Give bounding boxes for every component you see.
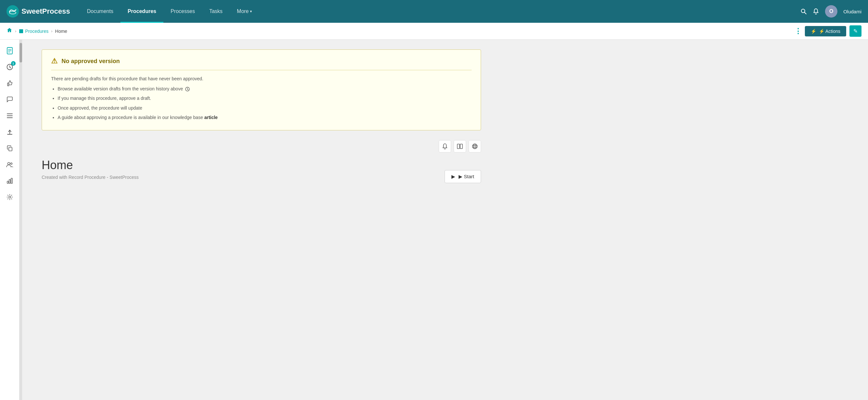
clock-badge: 1	[11, 61, 16, 66]
notifications-button[interactable]	[813, 8, 819, 14]
list-icon	[6, 113, 13, 119]
edit-button[interactable]: ✎	[849, 25, 862, 37]
team-icon	[6, 162, 13, 167]
current-page-breadcrumb: Home	[55, 29, 67, 34]
sidebar-chart-button[interactable]	[3, 174, 17, 188]
nav-right-area: O Oludami	[800, 5, 862, 18]
user-avatar[interactable]: O	[825, 5, 837, 18]
breadcrumb-actions: ⋮ ⚡ ⚡ Actions ✎	[795, 25, 862, 37]
globe-icon	[472, 143, 478, 149]
sidebar-document-button[interactable]	[3, 43, 17, 58]
procedure-section: Home Created with Record Procedure - Swe…	[42, 140, 481, 180]
svg-rect-25	[457, 144, 460, 148]
article-link[interactable]: article	[205, 115, 218, 120]
svg-line-10	[10, 67, 11, 68]
lightning-icon: ⚡	[811, 29, 816, 34]
nav-links: Documents Procedures Processes Tasks Mor…	[80, 0, 800, 23]
logo-icon	[6, 5, 19, 18]
sidebar-clock-button[interactable]: 1	[3, 60, 17, 74]
nav-processes[interactable]: Processes	[163, 0, 202, 23]
warning-title: ⚠ No approved version	[51, 57, 472, 70]
procedure-toolbar	[42, 140, 481, 153]
breadcrumb-sep-2: ›	[51, 29, 53, 33]
clock-inline-icon	[185, 87, 190, 91]
warning-bullet-4: A guide about approving a procedure is a…	[58, 113, 472, 122]
svg-point-17	[10, 163, 12, 165]
chart-icon	[6, 177, 13, 184]
bell-tool-button[interactable]	[439, 140, 451, 153]
thumbsup-icon	[6, 80, 13, 87]
svg-rect-15	[9, 147, 12, 151]
chevron-down-icon: ▾	[250, 9, 252, 14]
svg-line-2	[805, 12, 806, 14]
sidebar-upload-button[interactable]	[3, 125, 17, 139]
procedures-icon	[19, 29, 24, 33]
warning-body: There are pending drafts for this proced…	[51, 75, 472, 122]
procedure-header: Home Created with Record Procedure - Swe…	[42, 158, 481, 180]
actions-button[interactable]: ⚡ ⚡ Actions	[805, 26, 846, 36]
nav-documents[interactable]: Documents	[80, 0, 120, 23]
bell-tool-icon	[442, 143, 447, 149]
bell-icon	[813, 8, 819, 14]
chat-icon	[6, 96, 13, 103]
procedures-breadcrumb[interactable]: Procedures	[19, 29, 49, 34]
edit-icon: ✎	[854, 28, 858, 34]
logo[interactable]: SweetProcess	[6, 5, 70, 18]
breadcrumb-bar: › Procedures › Home ⋮ ⚡ ⚡ Actions ✎	[0, 23, 868, 40]
warning-bullet-2: If you manage this procedure, approve a …	[58, 94, 472, 102]
procedure-subtitle: Created with Record Procedure - SweetPro…	[42, 175, 481, 180]
dots-icon: ⋮	[795, 27, 802, 35]
nav-tasks[interactable]: Tasks	[202, 0, 230, 23]
document-icon	[6, 47, 13, 54]
warning-box: ⚠ No approved version There are pending …	[42, 49, 481, 130]
svg-rect-18	[7, 181, 8, 184]
sidebar-list-button[interactable]	[3, 109, 17, 123]
columns-tool-button[interactable]	[454, 140, 466, 153]
left-sidebar: 1	[0, 40, 20, 400]
upload-icon	[6, 129, 13, 135]
svg-line-24	[187, 90, 188, 90]
svg-rect-20	[11, 178, 12, 184]
columns-icon	[457, 144, 463, 149]
sidebar-copy-button[interactable]	[3, 141, 17, 156]
home-breadcrumb[interactable]	[6, 27, 12, 35]
svg-rect-19	[9, 179, 10, 184]
svg-point-27	[472, 144, 477, 148]
globe-tool-button[interactable]	[469, 140, 481, 153]
scroll-thumb	[20, 43, 22, 62]
search-icon	[800, 8, 807, 14]
brand-name: SweetProcess	[22, 7, 70, 15]
svg-rect-3	[19, 29, 23, 33]
svg-point-0	[9, 11, 16, 14]
content-area: ⚠ No approved version There are pending …	[22, 40, 868, 400]
svg-point-16	[7, 163, 10, 165]
search-button[interactable]	[800, 8, 807, 14]
warning-bullet-1: Browse available version drafts from the…	[58, 85, 472, 93]
nav-procedures[interactable]: Procedures	[120, 0, 163, 23]
svg-rect-26	[460, 144, 463, 148]
sidebar-thumbsup-button[interactable]	[3, 76, 17, 91]
gear-icon	[6, 194, 13, 200]
procedure-title: Home	[42, 158, 481, 172]
breadcrumb-sep-1: ›	[15, 29, 16, 33]
main-layout: 1	[0, 40, 868, 400]
warning-triangle-icon: ⚠	[51, 57, 58, 65]
top-navigation: SweetProcess Documents Procedures Proces…	[0, 0, 868, 23]
warning-bullet-3: Once approved, the procedure will update	[58, 104, 472, 112]
sidebar-team-button[interactable]	[3, 157, 17, 172]
scroll-track[interactable]	[20, 40, 22, 400]
start-button[interactable]: ▶ ▶ Start	[444, 170, 481, 183]
sidebar-chat-button[interactable]	[3, 92, 17, 107]
nav-more[interactable]: More ▾	[230, 0, 259, 23]
home-icon	[6, 27, 12, 33]
play-icon: ▶	[452, 174, 455, 179]
svg-point-21	[9, 196, 11, 198]
more-options-button[interactable]: ⋮	[795, 27, 802, 35]
copy-icon	[6, 145, 13, 152]
user-name[interactable]: Oludami	[843, 9, 862, 14]
svg-point-28	[474, 144, 476, 148]
sidebar-gear-button[interactable]	[3, 190, 17, 204]
